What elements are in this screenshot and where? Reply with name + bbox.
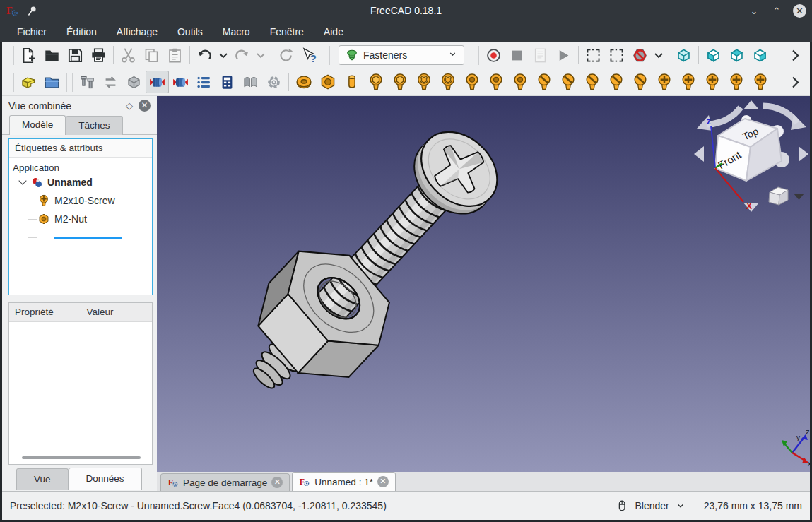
fastener-phillips-screw-button-3[interactable] (700, 71, 724, 93)
whats-this-button[interactable] (298, 44, 321, 66)
tree-item-m2-nut[interactable]: M2-Nut (9, 210, 152, 228)
record-macro-button[interactable] (482, 44, 505, 66)
fastener-phillips-screw-button-1[interactable] (652, 71, 676, 93)
fastener-socket-screw-button-2[interactable] (484, 71, 508, 93)
fastener-socket-screw-button-3[interactable] (508, 71, 532, 93)
new-document-button[interactable] (17, 44, 40, 66)
flip-arrows-button[interactable] (99, 71, 122, 93)
tree-guide (28, 237, 37, 238)
bom-shapes-button[interactable] (239, 71, 262, 93)
workbench-selector[interactable]: Fasteners (339, 45, 464, 65)
close-tab-icon[interactable]: ✕ (377, 476, 389, 487)
doc-tab-unnamed[interactable]: Unnamed : 1* ✕ (292, 472, 396, 491)
toolbar-grip[interactable] (473, 46, 479, 65)
copy-button[interactable] (140, 44, 163, 66)
fastener-phillips-screw-button-4[interactable] (724, 71, 748, 93)
fastener-hex-bolt-button-2[interactable] (388, 71, 412, 93)
tab-modele[interactable]: Modèle (9, 115, 66, 135)
edit-macro-button[interactable] (529, 44, 552, 66)
simple-shape-button[interactable] (122, 71, 146, 93)
toolbar-grip[interactable] (8, 46, 14, 65)
fastener-washer-button[interactable] (292, 71, 316, 93)
toolbar-separator (286, 73, 292, 91)
tab-taches[interactable]: Tâches (66, 116, 122, 135)
view-front-button[interactable] (702, 44, 725, 66)
paste-button[interactable] (163, 44, 187, 66)
fastener-slotted-screw-button-3[interactable] (580, 71, 604, 93)
menu-affichage[interactable]: Affichage (108, 24, 166, 40)
horizontal-scrollbar[interactable] (22, 456, 141, 459)
model-tree[interactable]: Étiquettes & attributs Application Unnam… (8, 138, 153, 295)
toolbar-grip[interactable] (66, 73, 73, 92)
clipping-dropdown[interactable] (652, 44, 666, 66)
stop-macro-button[interactable] (505, 44, 529, 66)
tree-item-m2x10-screw[interactable]: M2x10-Screw (9, 191, 152, 210)
undo-history-dropdown[interactable] (216, 44, 230, 66)
close-tab-icon[interactable]: ✕ (271, 477, 283, 488)
view-isometric-button[interactable] (672, 44, 695, 66)
open-button[interactable] (40, 44, 64, 66)
menu-macro[interactable]: Macro (214, 24, 259, 40)
toolbar-overflow-button[interactable] (784, 44, 807, 66)
minimize-icon[interactable]: ⌄ (748, 6, 760, 16)
view-top-button[interactable] (725, 44, 748, 66)
print-button[interactable] (87, 44, 110, 66)
maximize-icon[interactable]: ⌃ (770, 6, 783, 16)
menu-edition[interactable]: Édition (58, 24, 105, 40)
fastener-slotted-screw-button-2[interactable] (556, 71, 580, 93)
menu-aide[interactable]: Aide (315, 24, 352, 40)
3d-viewport[interactable]: Top Front z X z y x (157, 96, 810, 472)
nav-style-value[interactable]: Blender (635, 500, 669, 511)
parameters-list-button[interactable] (192, 71, 216, 93)
calculator-button[interactable] (216, 71, 239, 93)
fastener-phillips-screw-button-2[interactable] (676, 71, 700, 93)
save-button[interactable] (64, 44, 87, 66)
menu-fenetre[interactable]: Fenêtre (261, 24, 312, 40)
fastener-slotted-screw-button-5[interactable] (628, 71, 652, 93)
toolbar-grip[interactable] (324, 46, 330, 65)
bolt-pillar-button[interactable] (76, 71, 99, 93)
close-icon[interactable]: ✕ (793, 4, 806, 18)
fastener-phillips-screw-button-5[interactable] (748, 71, 772, 93)
property-editor[interactable]: PropriétéValeur (8, 302, 153, 465)
group-folder-button[interactable] (40, 71, 64, 93)
tree-root-application[interactable]: Application (9, 158, 152, 173)
box-element-selection-button[interactable] (605, 44, 628, 66)
detach-fastener-button[interactable] (169, 71, 192, 93)
fastener-pin-button[interactable] (340, 71, 364, 93)
fastener-slotted-screw-button-4[interactable] (604, 71, 628, 93)
run-macro-button[interactable] (552, 44, 575, 66)
close-panel-icon[interactable]: ✕ (139, 100, 151, 112)
toolbar-overflow-button[interactable] (784, 71, 807, 93)
toolbar-grip[interactable] (8, 73, 14, 92)
clipping-plane-button[interactable] (628, 44, 652, 66)
fastener-flange-bolt-button-2[interactable] (436, 71, 460, 93)
fastener-nut-button[interactable] (316, 71, 340, 93)
redo-button[interactable] (230, 44, 254, 66)
yellow-part-icon-button[interactable] (17, 71, 40, 93)
undo-button[interactable] (193, 44, 216, 66)
attach-fastener-button[interactable] (146, 71, 169, 93)
menu-outils[interactable]: Outils (169, 24, 211, 40)
tab-vue[interactable]: Vue (16, 468, 69, 490)
menu-fichier[interactable]: Fichier (8, 24, 55, 40)
cut-button[interactable] (117, 44, 140, 66)
doc-tab-start-page[interactable]: Page de démarrage ✕ (160, 473, 290, 491)
refresh-button[interactable] (274, 44, 298, 66)
chevron-down-icon[interactable] (18, 177, 26, 184)
tab-donnees[interactable]: Données (69, 468, 142, 490)
redo-history-dropdown[interactable] (254, 44, 268, 66)
fastener-hex-bolt-button-1[interactable] (364, 71, 388, 93)
tree-item-unnamed[interactable]: Unnamed (9, 173, 152, 191)
box-selection-button[interactable] (582, 44, 605, 66)
window-border-left (0, 42, 2, 522)
settings-gear-button[interactable] (262, 71, 286, 93)
pin-icon[interactable] (26, 5, 38, 17)
view-right-button[interactable] (748, 44, 772, 66)
float-panel-icon[interactable]: ◇ (126, 100, 133, 111)
mouse-icon (616, 499, 628, 512)
fastener-flange-bolt-button-1[interactable] (412, 71, 436, 93)
fastener-socket-screw-button-1[interactable] (460, 71, 484, 93)
chevron-down-icon[interactable] (676, 501, 686, 511)
fastener-slotted-screw-button-1[interactable] (532, 71, 556, 93)
